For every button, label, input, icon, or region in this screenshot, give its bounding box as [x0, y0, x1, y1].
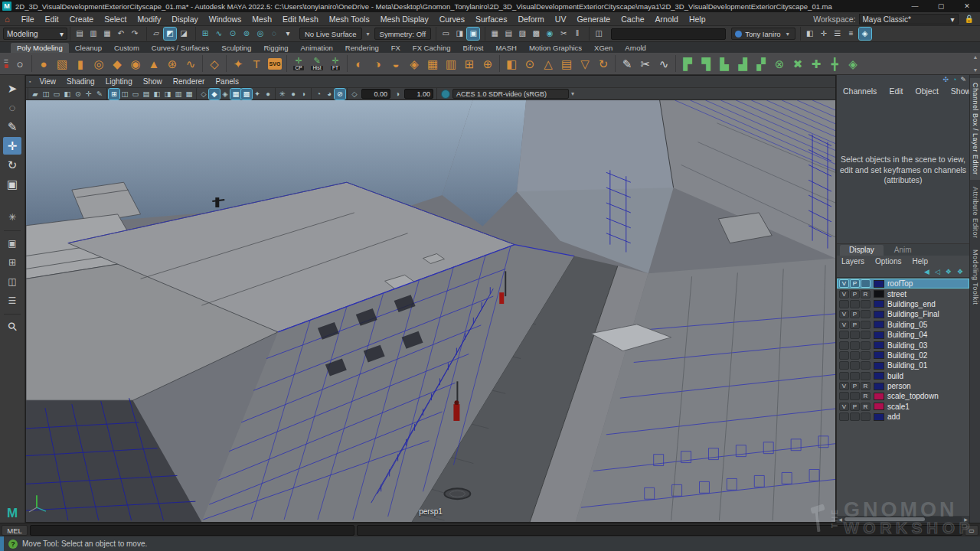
layer-playback-toggle[interactable]: P — [850, 310, 860, 318]
chevron-down-icon[interactable]: ▼ — [973, 67, 978, 73]
layer-visibility-toggle[interactable]: V — [839, 290, 849, 298]
ipr-render-icon[interactable]: ▨ — [516, 28, 528, 40]
lasso-tool[interactable]: ◌ — [3, 99, 21, 116]
snap-grid-icon[interactable]: ⊞ — [199, 28, 211, 40]
bridge-icon[interactable]: ▙ — [716, 54, 733, 73]
flat-lighting-icon[interactable]: ◗ — [299, 89, 309, 99]
menu-cache[interactable]: Cache — [616, 15, 649, 24]
close-button[interactable]: ✕ — [954, 0, 980, 12]
append-polygon-icon[interactable]: ▟ — [734, 54, 751, 73]
sphere-toggle-icon[interactable]: ◔ — [952, 76, 956, 84]
attribute-editor-toggle-icon[interactable]: ≡ — [845, 28, 858, 40]
menu-file[interactable]: File — [16, 15, 40, 24]
layer-row[interactable]: VPRscale1 — [837, 402, 969, 412]
rotate-tool[interactable]: ↻ — [3, 156, 21, 174]
sculpt-tool-icon[interactable]: △ — [540, 54, 557, 73]
menu-select[interactable]: Select — [99, 15, 132, 24]
shelf-tab-animation[interactable]: Animation — [295, 43, 339, 53]
edit-curve-icon[interactable]: ✂ — [637, 54, 654, 73]
move-axis-icon[interactable]: ✣ — [942, 76, 949, 84]
mirror-geometry-icon[interactable]: ▥ — [443, 54, 459, 73]
layout-single-pane[interactable]: ▣ — [3, 234, 21, 252]
xray-joints-icon[interactable]: ◕ — [324, 89, 335, 99]
layer-row[interactable]: VPRstreet — [837, 289, 969, 298]
resolution-gate-icon[interactable]: ▭ — [130, 89, 141, 99]
side-tab-channel-box-layer-editor[interactable]: Channel Box / Layer Editor — [970, 78, 980, 180]
layer-row[interactable]: Rscale_topdown — [837, 391, 969, 401]
menu-help[interactable]: Help — [684, 15, 711, 24]
shelf-tab-mash[interactable]: MASH — [489, 43, 522, 53]
extract-icon[interactable]: ◒ — [387, 54, 404, 73]
menu-arnold[interactable]: Arnold — [650, 15, 684, 24]
layer-display-type-toggle[interactable]: R — [861, 290, 871, 298]
hud-icon[interactable]: ▦ — [184, 89, 194, 99]
layer-color-swatch[interactable] — [874, 341, 884, 349]
isolate-select-icon[interactable]: ⊘ — [335, 89, 345, 99]
polygon-cube-icon[interactable]: ▧ — [54, 54, 70, 73]
wireframe-icon[interactable]: ◇ — [198, 89, 209, 99]
select-hierarchy-icon[interactable]: ▱ — [150, 28, 162, 40]
field-chart-icon[interactable]: ◧ — [152, 89, 162, 99]
layout-four-pane[interactable]: ⊞ — [3, 253, 21, 271]
grease-pencil-icon[interactable]: ✎ — [94, 89, 105, 99]
zoom-tool[interactable]: ⚲ — [0, 314, 25, 339]
menu-create[interactable]: Create — [64, 15, 100, 24]
layer-visibility-toggle[interactable] — [839, 392, 849, 400]
motion-blur-icon[interactable]: ● — [263, 89, 273, 99]
safe-title-icon[interactable]: ▥ — [173, 89, 184, 99]
panel-menu-view[interactable]: View — [34, 77, 61, 86]
menu-edit-mesh[interactable]: Edit Mesh — [277, 15, 324, 24]
snap-point-icon[interactable]: ⊙ — [227, 28, 239, 40]
minimize-button[interactable]: — — [902, 0, 928, 12]
new-layer-icon[interactable]: ❖ — [957, 268, 963, 276]
viewport-scene[interactable]: persp1 — [26, 100, 835, 522]
menu-deform[interactable]: Deform — [512, 15, 549, 24]
menu-surfaces[interactable]: Surfaces — [470, 15, 512, 24]
construction-plane-icon[interactable]: ✛CP — [290, 54, 307, 73]
combine-icon[interactable]: ◐ — [351, 54, 368, 73]
axis-icon[interactable]: ⊙ — [73, 89, 83, 99]
viewport-camera-icon[interactable]: ▰ — [30, 89, 41, 99]
move-layer-up-icon[interactable]: ◀ — [924, 268, 929, 276]
layer-visibility-toggle[interactable] — [839, 361, 849, 370]
layer-playback-toggle[interactable] — [850, 372, 860, 380]
display-toggle-icon[interactable]: ◫ — [593, 28, 605, 40]
layer-display-type-toggle[interactable] — [861, 321, 871, 329]
colorspace-dropdown[interactable]: ACES 1.0 SDR-video (sRGB) — [452, 89, 569, 99]
mel-input[interactable] — [30, 525, 354, 536]
layer-playback-toggle[interactable] — [850, 300, 860, 308]
panel-pin-icon[interactable]: ▪ — [29, 79, 31, 84]
shelf-tab-cleanup[interactable]: Cleanup — [69, 43, 108, 53]
menu-uv[interactable]: UV — [550, 15, 572, 24]
center-pivot-icon[interactable]: ⊙ — [521, 54, 538, 73]
layer-color-swatch[interactable] — [874, 383, 884, 390]
menu-set-dropdown[interactable]: Modeling ▾ — [3, 28, 67, 40]
layer-color-swatch[interactable] — [874, 362, 884, 370]
exposure-field[interactable]: 0.00 — [361, 89, 390, 99]
shelf-tab-fx[interactable]: FX — [385, 43, 407, 53]
layer-color-swatch[interactable] — [874, 403, 884, 410]
wedge-icon[interactable]: ▞ — [753, 54, 769, 73]
layer-list-hscrollbar[interactable]: ◀ ▶ — [837, 516, 969, 523]
snap-projected-center-icon[interactable]: ⊚ — [240, 28, 253, 40]
menu-modify[interactable]: Modify — [132, 15, 166, 24]
paint-select-tool[interactable]: ✎ — [3, 118, 21, 135]
select-object-icon[interactable]: ◩ — [164, 28, 176, 40]
layer-display-type-toggle[interactable] — [861, 331, 871, 339]
last-tool-used[interactable]: ✳ — [3, 208, 21, 226]
layer-playback-toggle[interactable]: P — [850, 382, 860, 390]
menu-mesh-tools[interactable]: Mesh Tools — [324, 15, 375, 24]
layer-color-swatch[interactable] — [874, 351, 884, 359]
delete-history-icon[interactable]: ✎Hist — [309, 54, 325, 73]
quad-draw-icon[interactable]: ╋ — [826, 54, 843, 73]
symmetry-field[interactable]: Symmetry: Off — [374, 28, 432, 40]
extrude-icon[interactable]: ▛ — [679, 54, 696, 73]
undo-icon[interactable]: ↶ — [115, 28, 127, 40]
layer-menu-options[interactable]: Options — [875, 257, 901, 266]
chevron-down-icon[interactable]: ▾ — [364, 31, 372, 37]
open-scene-icon[interactable]: ▥ — [87, 28, 100, 40]
color-management-icon[interactable] — [441, 90, 450, 99]
shelf-tab-rigging[interactable]: Rigging — [257, 43, 294, 53]
snap-view-plane-icon[interactable]: ◎ — [254, 28, 266, 40]
layer-visibility-toggle[interactable] — [839, 372, 849, 380]
